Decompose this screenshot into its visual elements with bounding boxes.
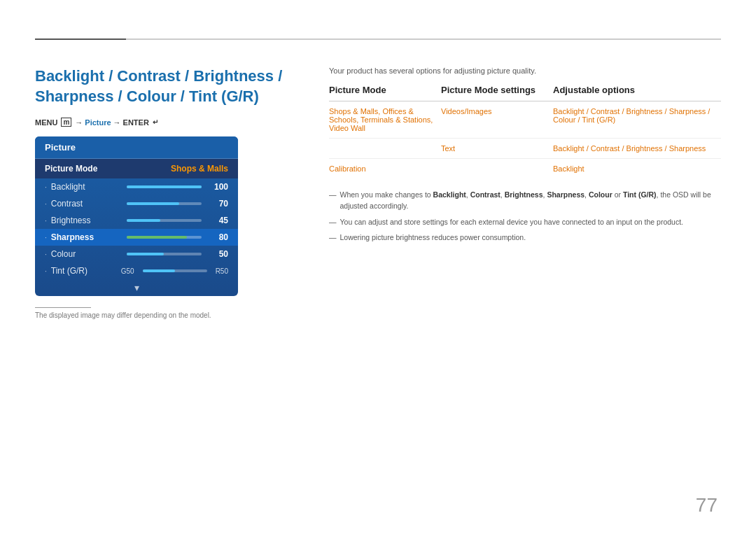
page-title: Backlight / Contrast / Brightness / Shar… (35, 66, 301, 106)
dot-sharpness: · (45, 234, 47, 241)
row3-mode: Calibration (329, 159, 441, 179)
sharpness-value: 80 (207, 232, 228, 242)
row1-settings: Videos/Images (441, 101, 553, 139)
note1-text: When you make changes to Backlight, Cont… (340, 190, 722, 212)
colour-value: 50 (207, 249, 228, 259)
contrast-label: Contrast (51, 199, 121, 209)
title-line2: Sharpness / Colour / Tint (G/R) (35, 87, 259, 105)
osd-row-sharpness[interactable]: · Sharpness 80 (35, 229, 238, 246)
col-header-settings: Picture Mode settings (441, 85, 553, 101)
table-row-1: Shops & Malls, Offices & Schools, Termin… (329, 101, 721, 139)
footnote-text: The displayed image may differ depending… (35, 311, 301, 319)
backlight-label: Backlight (51, 182, 121, 192)
right-column: Your product has several options for adj… (329, 66, 721, 319)
colour-label: Colour (51, 249, 121, 259)
brightness-bar (127, 219, 202, 222)
row1-mode: Shops & Malls, Offices & Schools, Termin… (329, 101, 441, 139)
enter-label: ENTER (123, 118, 149, 127)
dot-colour: · (45, 251, 47, 258)
row3-adjustable: Backlight (553, 159, 721, 179)
enter-icon: ↵ (153, 118, 158, 126)
contrast-value: 70 (207, 199, 228, 209)
osd-panel: Picture Picture Mode Shops & Malls · Bac… (35, 136, 238, 296)
row2-adjustable: Backlight / Contrast / Brightness / Shar… (553, 139, 721, 159)
brightness-value: 45 (207, 216, 228, 225)
osd-header: Picture (35, 136, 238, 159)
osd-row-backlight[interactable]: · Backlight 100 (35, 178, 238, 195)
dot-tint: · (45, 267, 47, 275)
menu-path: MENU m → Picture → ENTER ↵ (35, 118, 301, 127)
picture-mode-label: Picture Mode (45, 164, 171, 174)
note-2: ― You can adjust and store settings for … (329, 217, 721, 228)
intro-text: Your product has several options for adj… (329, 66, 721, 75)
note2-text: You can adjust and store settings for ea… (340, 217, 684, 228)
top-rule-accent (35, 38, 126, 40)
note-3: ― Lowering picture brightness reduces po… (329, 232, 721, 244)
menu-icon: m (61, 118, 71, 127)
page-container: Backlight / Contrast / Brightness / Shar… (0, 0, 756, 534)
osd-chevron[interactable]: ▾ (35, 279, 238, 296)
osd-picture-mode-row[interactable]: Picture Mode Shops & Malls (35, 159, 238, 178)
menu-label: MENU (35, 118, 57, 127)
sharpness-bar (127, 236, 202, 239)
tint-g-label: G50 (121, 267, 134, 275)
col-header-adjustable: Adjustable options (553, 85, 721, 101)
osd-row-brightness[interactable]: · Brightness 45 (35, 212, 238, 229)
title-line1: Backlight / Contrast / Brightness / (35, 67, 282, 85)
sharpness-label: Sharpness (51, 232, 121, 242)
note-1: ― When you make changes to Backlight, Co… (329, 190, 721, 212)
osd-row-colour[interactable]: · Colour 50 (35, 246, 238, 262)
brightness-label: Brightness (51, 216, 121, 225)
osd-row-tint[interactable]: · Tint (G/R) G50 R50 (35, 262, 238, 279)
tint-bar (143, 269, 207, 272)
tint-r-label: R50 (216, 267, 228, 275)
note3-dash: ― (329, 232, 337, 244)
colour-bar (127, 253, 202, 255)
note3-text: Lowering picture brightness reduces powe… (340, 232, 526, 244)
picture-label: Picture (85, 118, 111, 127)
dot-backlight: · (45, 183, 47, 191)
table-row-3: Calibration Backlight (329, 159, 721, 179)
osd-row-contrast[interactable]: · Contrast 70 (35, 195, 238, 212)
table-row-2: Text Backlight / Contrast / Brightness /… (329, 139, 721, 159)
note2-dash: ― (329, 217, 337, 228)
tint-label: Tint (G/R) (51, 266, 121, 276)
dot-contrast: · (45, 200, 47, 208)
tint-inner: G50 R50 (121, 267, 228, 275)
backlight-value: 100 (207, 182, 228, 192)
row1-adjustable: Backlight / Contrast / Brightness / Shar… (553, 101, 721, 139)
backlight-bar (127, 185, 202, 188)
footnote-bar (35, 307, 91, 308)
arrow2: → (113, 118, 121, 127)
top-rule (35, 38, 721, 40)
note1-dash: ― (329, 190, 337, 212)
left-column: Backlight / Contrast / Brightness / Shar… (35, 66, 301, 319)
page-number: 77 (696, 494, 718, 517)
col-header-mode: Picture Mode (329, 85, 441, 101)
info-table: Picture Mode Picture Mode settings Adjus… (329, 85, 721, 178)
footnote-area: The displayed image may differ depending… (35, 307, 301, 319)
notes-section: ― When you make changes to Backlight, Co… (329, 190, 721, 244)
row3-settings (441, 159, 553, 179)
row2-mode (329, 139, 441, 159)
row2-settings: Text (441, 139, 553, 159)
contrast-bar (127, 202, 202, 205)
arrow1: → (75, 118, 83, 127)
picture-mode-value: Shops & Malls (171, 164, 228, 174)
dot-brightness: · (45, 217, 47, 225)
